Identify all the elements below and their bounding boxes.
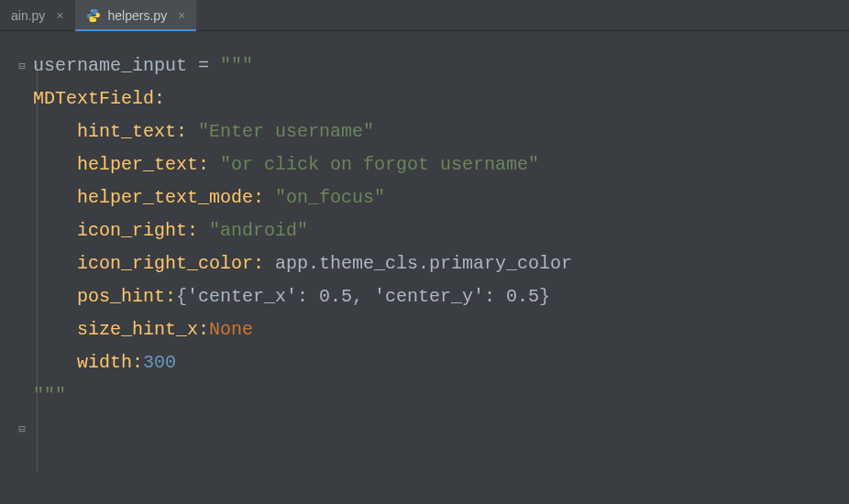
- code-token: 300: [143, 352, 176, 373]
- code-token: {'center_x': 0.5, 'center_y': 0.5}: [176, 286, 550, 307]
- code-line: helper_text_mode: "on_focus": [33, 181, 849, 214]
- editor-area: ⊟ ⊟ username_input = """ MDTextField: hi…: [0, 31, 849, 504]
- fold-expand-icon[interactable]: ⊟: [17, 422, 28, 436]
- python-file-icon: [86, 8, 101, 23]
- code-line: icon_right_color: app.theme_cls.primary_…: [33, 247, 849, 280]
- svg-point-0: [91, 9, 92, 10]
- code-token: icon_right_color:: [77, 253, 275, 274]
- code-token: pos_hint:: [77, 286, 176, 307]
- code-token: app.theme_cls.primary_color: [275, 253, 572, 274]
- tab-label: ain.py: [11, 8, 45, 23]
- code-content[interactable]: username_input = """ MDTextField: hint_t…: [33, 31, 849, 504]
- close-icon[interactable]: ×: [56, 8, 63, 23]
- code-token: "on_focus": [275, 187, 385, 208]
- code-token: "android": [209, 220, 308, 241]
- code-line: username_input = """: [33, 49, 849, 82]
- code-line: helper_text: "or click on forgot usernam…: [33, 148, 849, 181]
- tab-bar: ain.py × helpers.py ×: [0, 0, 849, 31]
- code-token: =: [187, 55, 220, 76]
- code-token: """: [33, 385, 66, 406]
- code-token: icon_right:: [77, 220, 209, 241]
- tab-main[interactable]: ain.py ×: [0, 0, 75, 30]
- code-line: MDTextField:: [33, 82, 849, 115]
- code-line: """: [33, 379, 849, 412]
- code-token: """: [220, 55, 253, 76]
- code-token: helper_text:: [77, 154, 220, 175]
- code-token: "Enter username": [198, 121, 374, 142]
- code-line: pos_hint:{'center_x': 0.5, 'center_y': 0…: [33, 280, 849, 313]
- svg-point-1: [94, 19, 95, 20]
- code-line: width:300: [33, 346, 849, 379]
- gutter: ⊟ ⊟: [0, 31, 33, 504]
- code-token: MDTextField:: [33, 88, 165, 109]
- code-token: hint_text:: [77, 121, 198, 142]
- code-token: None: [209, 319, 253, 340]
- code-token: username_input: [33, 55, 187, 76]
- code-token: helper_text_mode:: [77, 187, 275, 208]
- code-line: icon_right: "android": [33, 214, 849, 247]
- code-token: size_hint_x:: [77, 319, 209, 340]
- code-line: size_hint_x:None: [33, 313, 849, 346]
- tab-helpers[interactable]: helpers.py ×: [75, 0, 197, 30]
- code-line: hint_text: "Enter username": [33, 115, 849, 148]
- code-token: width:: [77, 352, 143, 373]
- code-token: "or click on forgot username": [220, 154, 539, 175]
- tab-label: helpers.py: [108, 8, 168, 23]
- fold-collapse-icon[interactable]: ⊟: [17, 60, 28, 73]
- close-icon[interactable]: ×: [178, 8, 185, 23]
